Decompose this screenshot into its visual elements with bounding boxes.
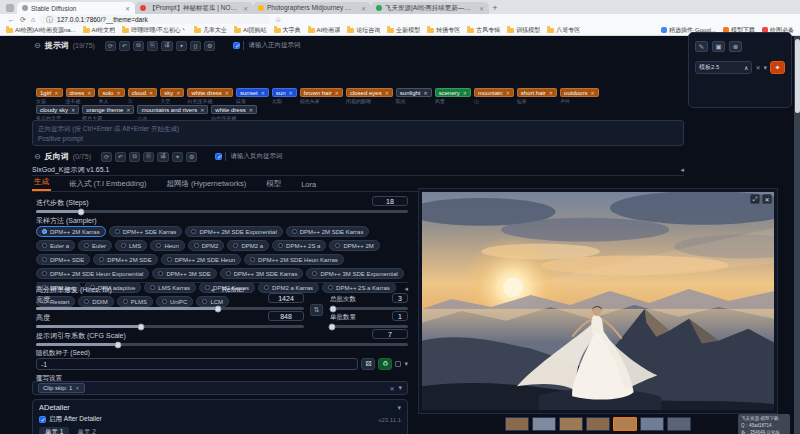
- sampler-radio[interactable]: PLMS: [117, 296, 153, 307]
- gallery-thumbnail[interactable]: [667, 417, 691, 431]
- random-seed-button[interactable]: ⚄: [361, 358, 375, 370]
- toolbar-button[interactable]: ⟳: [101, 152, 112, 162]
- bookmark-item[interactable]: 转播专区: [427, 26, 460, 35]
- adetailer-tab[interactable]: 单元 1: [39, 427, 69, 434]
- sampler-radio[interactable]: DPM++ 2S a: [272, 240, 326, 251]
- reuse-seed-button[interactable]: ♻: [378, 358, 392, 370]
- seed-input[interactable]: -1: [36, 358, 358, 370]
- prompt-tag-chip[interactable]: sun✕ 太阳: [272, 88, 297, 104]
- clear-icon[interactable]: ✕: [755, 64, 760, 71]
- bookmark-item[interactable]: 八哥专区: [547, 26, 580, 35]
- prompt-tag-chip[interactable]: outdoors✕ 户外: [560, 88, 599, 104]
- height-input[interactable]: 848: [268, 311, 304, 321]
- bookmark-item[interactable]: 论坛咨询: [347, 26, 380, 35]
- preset-select[interactable]: 模板2.5 ∧: [695, 61, 752, 74]
- gallery-thumbnail[interactable]: [505, 417, 529, 431]
- sampler-radio[interactable]: DPM++ 3M SDE Karras: [220, 268, 304, 279]
- bookmark-item[interactable]: AI绘文档: [83, 26, 116, 35]
- extra-seed-checkbox[interactable]: [395, 361, 401, 367]
- width-slider[interactable]: [36, 307, 304, 310]
- swap-dimensions-button[interactable]: ⇅: [310, 304, 323, 316]
- width-input[interactable]: 1424: [268, 293, 304, 303]
- toolbar-button[interactable]: ↶: [115, 152, 126, 162]
- url-box[interactable]: ⓘ 127.0.0.1:7860/?__theme=dark: [40, 15, 270, 24]
- prompt-tag-chip[interactable]: sunset✕ 日落: [236, 88, 269, 104]
- sampler-radio[interactable]: DDIM: [78, 296, 113, 307]
- prompt-tag-chip[interactable]: scenery✕ 风景: [435, 88, 471, 104]
- sampler-radio[interactable]: DPM++ 2M SDE Heun: [161, 254, 241, 265]
- toolbar-button[interactable]: ⎘: [147, 41, 158, 51]
- toolbar-button[interactable]: ⚙: [186, 152, 197, 162]
- toolbar-button[interactable]: ↶: [119, 41, 130, 51]
- sampler-radio[interactable]: DPM++ 2M SDE Exponential: [185, 226, 282, 237]
- tab-item[interactable]: 生成: [32, 177, 51, 191]
- sampler-radio[interactable]: DPM2 a: [227, 240, 269, 251]
- gallery-thumbnail[interactable]: [559, 417, 583, 431]
- sampler-radio[interactable]: UniPC: [156, 296, 193, 307]
- tag-remove-icon[interactable]: ✕: [261, 90, 265, 96]
- prompt-tag-chip[interactable]: mountain✕ 山: [474, 88, 514, 104]
- home-icon[interactable]: ⌂: [31, 16, 35, 23]
- profile-icon[interactable]: [6, 4, 14, 12]
- sampler-radio[interactable]: DPM++ 2M SDE Karras: [286, 226, 370, 237]
- panel-button[interactable]: ▣: [712, 41, 725, 52]
- sampler-radio[interactable]: Euler: [78, 240, 112, 251]
- toolbar-button[interactable]: ✦: [172, 152, 183, 162]
- panel-button[interactable]: ✎: [695, 41, 708, 52]
- page-scrollbar[interactable]: [794, 36, 800, 434]
- prompt-tag-chip[interactable]: white dress✕ 白色连衣裙: [211, 105, 257, 121]
- tab-close-icon[interactable]: ✕: [125, 5, 130, 12]
- bookmark-item[interactable]: 全新模型: [387, 26, 420, 35]
- sampler-radio[interactable]: DPM++ SDE Karras: [109, 226, 183, 237]
- site-info-icon[interactable]: ⓘ: [46, 16, 53, 23]
- new-tab-button[interactable]: +: [489, 2, 501, 14]
- tab-close-icon[interactable]: ✕: [479, 5, 484, 12]
- bookmark-item[interactable]: AI绘画课: [308, 26, 341, 35]
- checkbox-checked-icon[interactable]: [233, 42, 240, 49]
- refiner-accordion[interactable]: Refiner ◂: [222, 282, 408, 293]
- sampler-radio[interactable]: DPM++ SDE: [36, 254, 90, 265]
- sampler-radio[interactable]: Heun: [150, 240, 184, 251]
- tab-item[interactable]: Lora: [299, 180, 318, 191]
- browser-tab[interactable]: 【Prompt】神秘标签库 | NOVELAI ✕: [135, 2, 253, 14]
- tag-remove-icon[interactable]: ✕: [54, 90, 58, 96]
- tag-remove-icon[interactable]: ✕: [200, 107, 204, 113]
- prompt-tag-chip[interactable]: white dress✕ 白色连衣裙: [187, 88, 233, 104]
- expand-image-button[interactable]: ⤢: [750, 194, 760, 204]
- tag-remove-icon[interactable]: ✕: [506, 90, 510, 96]
- tag-remove-icon[interactable]: ✕: [225, 90, 229, 96]
- sampler-radio[interactable]: DPM++ 3M SDE: [152, 268, 216, 279]
- tag-remove-icon[interactable]: ✕: [335, 90, 339, 96]
- bookmark-item[interactable]: 训练模型: [507, 26, 540, 35]
- collapse-icon[interactable]: ⊖: [34, 152, 41, 161]
- bookmark-item[interactable]: 哔哩哔哩/不忘初心丶: [122, 26, 187, 35]
- browser-tab[interactable]: Stable Diffusion ✕: [17, 2, 135, 14]
- sampler-radio[interactable]: Euler a: [36, 240, 75, 251]
- bookmark-item[interactable]: 几率大全: [194, 26, 227, 35]
- close-image-button[interactable]: ✕: [762, 194, 772, 204]
- batch-size-input[interactable]: 1: [392, 311, 408, 321]
- cfg-slider[interactable]: [36, 343, 408, 346]
- prompt-tag-chip[interactable]: solo✕ 单人: [98, 88, 124, 104]
- scrollbar-thumb[interactable]: [795, 39, 800, 113]
- override-settings-box[interactable]: Clip skip: 1 ✕ ✕ ▾: [32, 381, 408, 395]
- tab-close-icon[interactable]: ✕: [243, 5, 248, 12]
- prompt-tag-chip[interactable]: cloudy sky✕ 多云的天空: [36, 105, 79, 121]
- prompt-tag-chip[interactable]: dress✕ 连衣裙: [66, 88, 96, 104]
- override-chip[interactable]: Clip skip: 1 ✕: [38, 383, 85, 393]
- checkbox-checked-icon[interactable]: [39, 416, 46, 423]
- prompt-tag-chip[interactable]: closed eyes✕ 闭着的眼睛: [346, 88, 393, 104]
- chip-remove-icon[interactable]: ✕: [75, 385, 79, 391]
- toolbar-button[interactable]: ⎘: [143, 152, 154, 162]
- adetailer-header[interactable]: ADetailer ▾: [39, 403, 401, 412]
- prompt-tag-chip[interactable]: sky✕ 天空: [160, 88, 184, 104]
- tag-remove-icon[interactable]: ✕: [176, 90, 180, 96]
- prompt-tag-chip[interactable]: orange theme✕ 橙色主题: [82, 105, 134, 121]
- generate-button[interactable]: ✦: [770, 61, 785, 74]
- tab-item[interactable]: 嵌入式 (T.I Embedding): [67, 179, 149, 191]
- bookmark-item[interactable]: 古风专辑: [467, 26, 500, 35]
- tag-remove-icon[interactable]: ✕: [87, 90, 91, 96]
- prompt-tag-chip[interactable]: short hair✕ 短发: [517, 88, 557, 104]
- prompt-tag-chip[interactable]: sunlight✕ 阳光: [396, 88, 432, 104]
- prompt-tag-chip[interactable]: brown hair✕ 棕色头发: [300, 88, 343, 104]
